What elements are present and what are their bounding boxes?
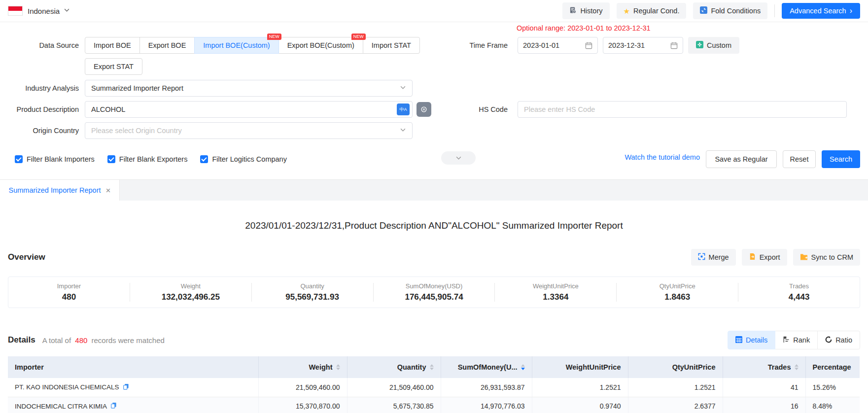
total-count: 480 bbox=[75, 336, 87, 344]
stat-label: WeightUnitPrice bbox=[533, 282, 579, 290]
col-quantity[interactable]: Quantity bbox=[347, 356, 441, 378]
col-label: QtyUnitPrice bbox=[672, 363, 716, 371]
data-source-export-stat[interactable]: Export STAT bbox=[85, 58, 142, 75]
option-label: Import BOE(Custom) bbox=[203, 41, 270, 49]
reset-button[interactable]: Reset bbox=[783, 150, 816, 168]
total-prefix: A total of bbox=[42, 336, 71, 344]
checkbox-label: Filter Logitics Company bbox=[212, 155, 287, 163]
sync-to-crm-button[interactable]: Sync to CRM bbox=[793, 249, 860, 266]
industry-analysis-select[interactable]: Summarized Importer Report bbox=[85, 80, 413, 97]
copy-icon[interactable] bbox=[110, 402, 117, 410]
view-rank-button[interactable]: Rank bbox=[775, 331, 818, 349]
col-label: Trades bbox=[768, 363, 791, 371]
total-suffix: records were matched bbox=[92, 336, 165, 344]
custom-label: Custom bbox=[707, 41, 731, 49]
cell-quantity: 5,675,730.85 bbox=[347, 397, 441, 413]
data-source-export-boe[interactable]: Export BOE bbox=[139, 37, 195, 54]
cell-weight-unit-price: 1.2521 bbox=[532, 378, 628, 397]
merge-button[interactable]: Merge bbox=[691, 249, 736, 266]
origin-country-label: Origin Country bbox=[0, 127, 85, 135]
sync-to-crm-label: Sync to CRM bbox=[811, 253, 853, 261]
translate-icon[interactable]: 中A bbox=[397, 103, 410, 115]
sort-icon[interactable] bbox=[430, 364, 434, 370]
hs-code-input[interactable] bbox=[518, 101, 847, 118]
stat-value: 132,032,496.25 bbox=[162, 292, 220, 302]
table-row: INDOCHEMICAL CITRA KIMIA 15,370,870.00 5… bbox=[8, 397, 860, 413]
cell-percentage: 8.48% bbox=[805, 397, 860, 413]
hs-code-label: HS Code bbox=[434, 105, 514, 113]
table-row: PT. KAO INDONESIA CHEMICALS 21,509,460.0… bbox=[8, 378, 860, 397]
report-title: 2023/01/01-2023/12/31,Product Descriptio… bbox=[0, 220, 868, 231]
filter-blank-importers-checkbox[interactable]: Filter Blank Importers bbox=[15, 155, 95, 163]
export-button[interactable]: Export bbox=[742, 249, 787, 266]
stat-value: 1.3364 bbox=[543, 292, 568, 302]
advanced-search-button[interactable]: Advanced Search › bbox=[782, 3, 860, 19]
country-selector-label[interactable]: Indonesia bbox=[28, 7, 60, 15]
origin-country-select[interactable]: Please select Origin Country bbox=[85, 122, 413, 139]
date-from-field[interactable]: 2023-01-01 bbox=[518, 37, 598, 54]
search-button[interactable]: Search bbox=[822, 150, 860, 168]
overview-stats-card: Importer 480 Weight 132,032,496.25 Quant… bbox=[8, 276, 860, 308]
chevron-down-icon bbox=[400, 84, 406, 92]
importer-name-link[interactable]: INDOCHEMICAL CITRA KIMIA bbox=[15, 403, 107, 410]
view-switcher: Details Rank Ratio bbox=[728, 331, 860, 349]
custom-range-button[interactable]: Custom bbox=[688, 37, 739, 54]
chevron-down-icon[interactable] bbox=[64, 6, 70, 15]
regular-cond-button[interactable]: ★ Regular Cond. bbox=[617, 3, 687, 19]
tutorial-demo-link[interactable]: Watch the tutorial demo bbox=[625, 153, 700, 161]
exact-match-icon[interactable] bbox=[417, 102, 431, 117]
fold-conditions-button[interactable]: Fold Conditions bbox=[693, 2, 767, 19]
save-as-regular-button[interactable]: Save as Regular bbox=[706, 150, 777, 168]
details-heading: Details bbox=[8, 335, 35, 345]
history-button[interactable]: History bbox=[562, 2, 609, 19]
merge-icon bbox=[698, 253, 705, 262]
data-source-import-stat[interactable]: Import STAT bbox=[363, 37, 420, 54]
new-badge: NEW bbox=[351, 34, 366, 40]
view-ratio-button[interactable]: Ratio bbox=[818, 331, 860, 349]
expand-conditions-button[interactable] bbox=[441, 151, 476, 165]
export-label: Export bbox=[760, 253, 780, 261]
stat-label: Quantity bbox=[300, 282, 324, 290]
stat-label: Importer bbox=[57, 282, 81, 290]
stat-label: QtyUnitPrice bbox=[660, 282, 695, 290]
origin-country-placeholder: Please select Origin Country bbox=[91, 127, 400, 135]
stat-value: 1.8463 bbox=[664, 292, 690, 302]
checkbox-checked-icon bbox=[200, 155, 208, 163]
col-percentage: Percentage bbox=[805, 356, 860, 378]
stat-sum-of-money: SumOfMoney(USD) 176,445,905.74 bbox=[374, 282, 495, 302]
sort-icon[interactable] bbox=[795, 364, 799, 370]
stat-value: 480 bbox=[62, 292, 76, 302]
filter-blank-exporters-checkbox[interactable]: Filter Blank Exporters bbox=[107, 155, 188, 163]
stat-label: Weight bbox=[181, 282, 201, 290]
col-trades[interactable]: Trades bbox=[723, 356, 805, 378]
view-label: Rank bbox=[793, 336, 810, 344]
view-details-button[interactable]: Details bbox=[728, 331, 775, 349]
cell-trades: 41 bbox=[723, 378, 805, 397]
date-to-field[interactable]: 2023-12-31 bbox=[603, 37, 683, 54]
sort-icon[interactable] bbox=[336, 364, 340, 370]
time-frame-label: Time Frame bbox=[434, 41, 514, 49]
data-source-export-boe-custom[interactable]: Export BOE(Custom) NEW bbox=[278, 37, 363, 54]
stat-label: Trades bbox=[789, 282, 809, 290]
cell-quantity: 21,509,460.00 bbox=[347, 378, 441, 397]
col-label: WeightUnitPrice bbox=[566, 363, 621, 371]
product-description-label: Product Description bbox=[0, 105, 85, 113]
data-source-import-boe[interactable]: Import BOE bbox=[85, 37, 140, 54]
view-label: Ratio bbox=[835, 336, 852, 344]
export-icon bbox=[749, 253, 756, 262]
importer-name-link[interactable]: PT. KAO INDONESIA CHEMICALS bbox=[15, 383, 119, 391]
col-sum-of-money[interactable]: SumOfMoney(U... bbox=[441, 356, 532, 378]
chevron-right-icon: › bbox=[850, 7, 852, 15]
close-icon[interactable]: × bbox=[106, 186, 111, 195]
option-label: Import STAT bbox=[372, 41, 411, 49]
product-description-input[interactable] bbox=[85, 101, 413, 118]
filter-logitics-company-checkbox[interactable]: Filter Logitics Company bbox=[200, 155, 287, 163]
col-weight[interactable]: Weight bbox=[258, 356, 347, 378]
rank-icon bbox=[783, 336, 790, 344]
tab-summarized-importer-report[interactable]: Summarized Importer Report × bbox=[0, 180, 120, 201]
copy-icon[interactable] bbox=[123, 383, 129, 391]
date-to-value: 2023-12-31 bbox=[608, 41, 645, 49]
data-source-import-boe-custom[interactable]: Import BOE(Custom) NEW bbox=[194, 37, 278, 54]
stat-weight: Weight 132,032,496.25 bbox=[130, 282, 251, 302]
sort-desc-icon[interactable] bbox=[521, 364, 525, 370]
